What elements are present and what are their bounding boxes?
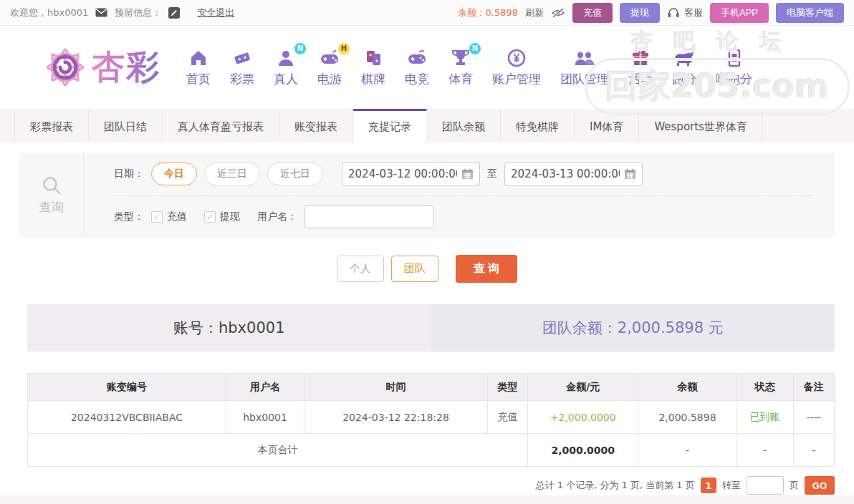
cell-remark: ---- xyxy=(793,401,834,434)
cards-icon xyxy=(363,48,384,68)
eye-off-icon[interactable] xyxy=(551,7,565,19)
tab-deposit-withdraw-records[interactable]: 充提记录 xyxy=(353,109,427,142)
cell-amount: +2,000.0000 xyxy=(528,401,638,434)
filter-panel-label: 查询 xyxy=(39,199,64,215)
goto-page-input[interactable] xyxy=(747,476,784,495)
report-tabbar: 彩票报表 团队日结 真人体育盈亏报表 账变报表 充提记录 团队余额 特免棋牌 I… xyxy=(0,109,854,142)
quick-7days-pill[interactable]: 近七日 xyxy=(267,163,323,185)
reserved-info-label: 预留信息： xyxy=(115,6,161,19)
nav-team-management[interactable]: 团队管理 xyxy=(560,48,609,87)
withdraw-button[interactable]: 提现 xyxy=(620,3,660,23)
person-icon xyxy=(275,48,297,68)
badge-h: H xyxy=(338,43,350,54)
username-label: 用户名： xyxy=(257,210,297,223)
tab-temian-boardgames[interactable]: 特免棋牌 xyxy=(501,109,575,142)
action-buttons: 个人 团队 查 询 xyxy=(0,255,854,283)
nav-home[interactable]: 首页 xyxy=(186,48,211,87)
nav-lottery[interactable]: 彩票 xyxy=(230,48,254,87)
gift-icon xyxy=(630,48,651,68)
topbar: 欢迎您，hbx0001 预留信息： 安全退出 余额 : 0.5898 刷新 充值… xyxy=(0,0,854,26)
personal-button[interactable]: 个人 xyxy=(337,256,384,282)
calendar-icon[interactable] xyxy=(624,168,636,180)
main-nav: 首页 彩票 N 真人 H 电游 棋牌 电竞 N 体育 xyxy=(186,48,752,87)
page-unit-label: 页 xyxy=(790,479,799,492)
quick-today-pill[interactable]: 今日 xyxy=(151,163,197,185)
mail-icon[interactable] xyxy=(95,8,107,17)
tab-lottery-report[interactable]: 彩票报表 xyxy=(14,109,89,142)
summary-label: 本页合计 xyxy=(28,434,528,467)
search-icon xyxy=(41,175,62,196)
footer-strip xyxy=(0,495,854,504)
cell-type: 充值 xyxy=(487,401,527,434)
col-amount: 金额/元 xyxy=(528,374,638,401)
service-link[interactable]: 客服 xyxy=(684,6,703,19)
summary-amount: 2,000.0000 xyxy=(528,434,638,467)
current-page-button[interactable]: 1 xyxy=(701,478,716,493)
header: 杏彩 首页 彩票 N 真人 H 电游 棋牌 电竞 xyxy=(0,26,854,109)
withdraw-checkbox-label: 提现 xyxy=(220,210,240,223)
cell-balance: 2,000.5898 xyxy=(638,401,737,434)
yen-coin-icon xyxy=(506,48,527,68)
quick-3days-pill[interactable]: 近三日 xyxy=(204,163,260,185)
summary-banner: 账号：hbx0001 团队余额：2,000.5898 元 xyxy=(27,304,835,352)
withdraw-checkbox[interactable] xyxy=(204,211,216,223)
calendar-icon[interactable] xyxy=(461,168,474,180)
tab-im-sports[interactable]: IM体育 xyxy=(575,109,639,142)
nav-promotions[interactable]: 活动 xyxy=(628,48,653,87)
goto-label: 转至 xyxy=(722,479,741,492)
esports-gamepad-icon xyxy=(406,48,428,68)
nav-egames[interactable]: H 电游 xyxy=(317,48,342,87)
edit-icon[interactable] xyxy=(168,7,180,19)
nav-account-management[interactable]: 账户管理 xyxy=(492,48,541,87)
tab-team-balance[interactable]: 团队余额 xyxy=(427,109,501,142)
nav-paofen[interactable]: 跑分 xyxy=(672,48,696,87)
headset-icon xyxy=(667,7,680,19)
logout-link[interactable]: 安全退出 xyxy=(197,6,234,19)
date-label: 日期： xyxy=(114,168,144,180)
team-button[interactable]: 团队 xyxy=(391,256,438,282)
summary-status: - xyxy=(737,434,793,467)
nav-sports[interactable]: N 体育 xyxy=(448,48,473,87)
tab-live-sports-pl[interactable]: 真人体育盈亏报表 xyxy=(163,109,279,142)
pagination-info: 总计 1 个记录, 分为 1 页, 当前第 1 页 xyxy=(536,479,695,492)
mobile-app-button[interactable]: 手机APP xyxy=(710,3,769,23)
site-logo[interactable]: 杏彩 xyxy=(44,45,160,89)
cell-status: 已到账 xyxy=(737,401,793,434)
col-status: 状态 xyxy=(737,374,793,401)
col-change-id: 账变编号 xyxy=(28,374,226,401)
gamepad-icon xyxy=(318,48,341,68)
nav-live[interactable]: N 真人 xyxy=(274,48,298,87)
pc-client-button[interactable]: 电脑客户端 xyxy=(776,3,844,23)
go-button[interactable]: GO xyxy=(805,476,835,495)
nav-esports[interactable]: 电竞 xyxy=(405,48,429,87)
badge-n: N xyxy=(294,43,306,54)
tab-account-change[interactable]: 账变报表 xyxy=(279,109,353,142)
deposit-checkbox[interactable] xyxy=(151,211,163,223)
nav-hipaofen[interactable]: 嗨跑分 xyxy=(716,48,752,87)
summary-balance: - xyxy=(638,434,737,467)
col-balance: 余额 xyxy=(638,374,737,401)
team-balance-label: 团队余额：2,000.5898 元 xyxy=(431,304,835,352)
nav-boardgames[interactable]: 棋牌 xyxy=(361,48,385,87)
welcome-text: 欢迎您，hbx0001 xyxy=(10,6,88,19)
deposit-button[interactable]: 充值 xyxy=(572,3,613,23)
tab-wesports[interactable]: Wesports世界体育 xyxy=(639,109,763,142)
filter-panel: 查询 日期： 今日 近三日 近七日 至 类型： xyxy=(19,152,835,238)
username-input[interactable] xyxy=(304,205,433,228)
col-remark: 备注 xyxy=(793,374,834,401)
home-icon xyxy=(188,48,209,68)
rhino-icon xyxy=(672,48,696,68)
type-label: 类型： xyxy=(114,210,144,223)
table-row: 20240312VBCBIIABAC hbx0001 2024-03-12 22… xyxy=(28,401,835,434)
tab-team-daily[interactable]: 团队日结 xyxy=(89,109,163,142)
search-button[interactable]: 查 询 xyxy=(456,255,517,283)
date-from-box xyxy=(342,162,480,186)
pagination: 总计 1 个记录, 分为 1 页, 当前第 1 页 1 转至 页 GO xyxy=(27,476,835,495)
hi-paofen-icon xyxy=(724,48,745,68)
refresh-link[interactable]: 刷新 xyxy=(525,6,544,19)
date-to-input[interactable] xyxy=(511,168,620,180)
cell-time: 2024-03-12 22:18:28 xyxy=(304,401,488,434)
date-from-input[interactable] xyxy=(348,168,457,180)
col-username: 用户名 xyxy=(226,374,304,401)
table-header-row: 账变编号 用户名 时间 类型 金额/元 余额 状态 备注 xyxy=(28,374,835,401)
